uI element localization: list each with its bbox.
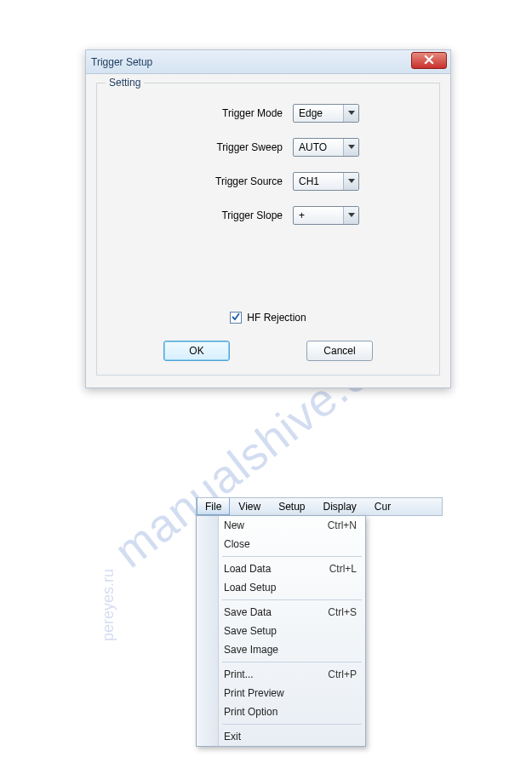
dialog-title: Trigger Setup bbox=[91, 56, 152, 68]
dropdown-item-label: Close bbox=[224, 538, 250, 550]
dialog-titlebar: Trigger Setup bbox=[86, 50, 450, 74]
dropdown-item-shortcut: Ctrl+N bbox=[328, 519, 357, 531]
dropdown-item-label: Print Preview bbox=[224, 687, 284, 699]
menu-bar: File View Setup Display Cur bbox=[196, 497, 443, 516]
menu-separator bbox=[222, 724, 362, 725]
trigger-slope-select[interactable]: + bbox=[293, 206, 359, 225]
hf-rejection-label: HF Rejection bbox=[247, 312, 306, 324]
dropdown-item-label: New bbox=[224, 519, 244, 531]
checkmark-icon bbox=[232, 312, 240, 324]
dropdown-item-shortcut: Ctrl+L bbox=[329, 563, 357, 575]
trigger-mode-value: Edge bbox=[299, 107, 323, 119]
dropdown-item-shortcut: Ctrl+P bbox=[328, 668, 357, 680]
menu-region: File View Setup Display Cur NewCtrl+NClo… bbox=[196, 497, 443, 747]
dropdown-item-label: Print Option bbox=[224, 706, 277, 718]
chevron-down-icon bbox=[343, 139, 358, 156]
dropdown-item[interactable]: Close bbox=[197, 535, 365, 553]
dropdown-item[interactable]: Print Option bbox=[197, 703, 365, 721]
trigger-mode-select[interactable]: Edge bbox=[293, 104, 359, 123]
trigger-sweep-value: AUTO bbox=[299, 141, 327, 153]
dropdown-item-label: Exit bbox=[224, 731, 241, 743]
dropdown-item[interactable]: Save Image bbox=[197, 640, 365, 659]
menu-label: Setup bbox=[278, 501, 305, 513]
ok-label: OK bbox=[189, 345, 203, 357]
menu-separator bbox=[222, 556, 362, 557]
dropdown-item-label: Load Data bbox=[224, 563, 271, 575]
dropdown-item[interactable]: Save Setup bbox=[197, 622, 365, 640]
trigger-sweep-label: Trigger Sweep bbox=[174, 141, 293, 153]
file-dropdown: NewCtrl+NCloseLoad DataCtrl+LLoad SetupS… bbox=[196, 515, 366, 747]
setting-group: Setting Trigger Mode Edge Trigger Sweep … bbox=[96, 83, 440, 376]
trigger-setup-dialog: Trigger Setup Setting Trigger Mode Edge … bbox=[85, 49, 451, 388]
menu-label: Cur bbox=[375, 501, 391, 513]
dropdown-item[interactable]: NewCtrl+N bbox=[197, 516, 365, 535]
dropdown-item[interactable]: Load Setup bbox=[197, 578, 365, 597]
menu-label: View bbox=[238, 501, 260, 513]
ok-button[interactable]: OK bbox=[163, 341, 230, 361]
menu-item-file[interactable]: File bbox=[197, 498, 230, 515]
cancel-label: Cancel bbox=[323, 345, 355, 357]
dropdown-item[interactable]: Print Preview bbox=[197, 684, 365, 703]
trigger-source-value: CH1 bbox=[299, 175, 319, 187]
dropdown-item-label: Save Image bbox=[224, 644, 278, 656]
cancel-button[interactable]: Cancel bbox=[306, 341, 373, 361]
menu-separator bbox=[222, 662, 362, 662]
menu-label: File bbox=[205, 501, 221, 513]
trigger-source-select[interactable]: CH1 bbox=[293, 172, 359, 191]
dropdown-item-label: Save Data bbox=[224, 606, 272, 618]
dropdown-item[interactable]: Print...Ctrl+P bbox=[197, 665, 365, 684]
trigger-source-label: Trigger Source bbox=[174, 175, 293, 187]
dropdown-item[interactable]: Load DataCtrl+L bbox=[197, 559, 365, 578]
chevron-down-icon bbox=[343, 207, 358, 224]
trigger-sweep-select[interactable]: AUTO bbox=[293, 138, 359, 157]
dropdown-item-label: Print... bbox=[224, 668, 254, 680]
chevron-down-icon bbox=[343, 173, 358, 190]
menu-item-display[interactable]: Display bbox=[315, 498, 366, 515]
close-icon bbox=[424, 54, 434, 67]
trigger-mode-label: Trigger Mode bbox=[174, 107, 293, 119]
hf-rejection-checkbox[interactable] bbox=[230, 312, 242, 324]
menu-item-view[interactable]: View bbox=[230, 498, 270, 515]
dropdown-item[interactable]: Save DataCtrl+S bbox=[197, 603, 365, 622]
trigger-slope-label: Trigger Slope bbox=[174, 209, 293, 221]
trigger-slope-value: + bbox=[299, 209, 305, 221]
watermark-side: pereyes.ru bbox=[100, 569, 117, 641]
close-button[interactable] bbox=[411, 52, 447, 69]
group-legend: Setting bbox=[106, 77, 144, 89]
dropdown-item[interactable]: Exit bbox=[197, 727, 365, 746]
chevron-down-icon bbox=[343, 105, 358, 122]
dropdown-item-label: Save Setup bbox=[224, 625, 277, 637]
dropdown-item-label: Load Setup bbox=[224, 582, 276, 594]
dropdown-item-shortcut: Ctrl+S bbox=[328, 606, 357, 618]
menu-separator bbox=[222, 599, 362, 600]
menu-item-setup[interactable]: Setup bbox=[270, 498, 314, 515]
menu-label: Display bbox=[323, 501, 357, 513]
menu-item-cur[interactable]: Cur bbox=[366, 498, 400, 515]
